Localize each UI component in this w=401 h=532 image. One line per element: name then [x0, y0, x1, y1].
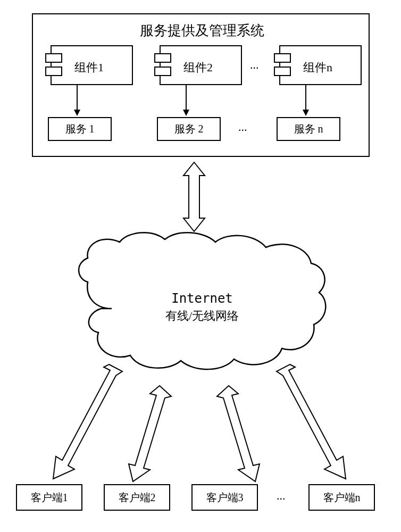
svg-marker-3: [183, 110, 189, 116]
service-1-box: 服务 1: [48, 117, 112, 141]
client-3-box: 客户端3: [191, 484, 258, 511]
double-arrow-system-cloud: [176, 160, 213, 234]
component-1-label: 组件1: [74, 60, 104, 76]
client-1-box: 客户端1: [16, 484, 82, 511]
double-arrow-cloud-client3: [213, 383, 266, 484]
client-2-box: 客户端2: [104, 484, 170, 511]
component-2-notch-2: [154, 66, 171, 76]
double-arrow-cloud-client2: [122, 383, 176, 484]
service-2-box: 服务 2: [157, 117, 221, 141]
service-n-box: 服务 n: [277, 117, 340, 141]
system-title: 服务提供及管理系统: [122, 21, 282, 40]
double-arrow-cloud-clientn: [271, 362, 356, 484]
component-n-notch-2: [274, 66, 291, 76]
component-dots: ···: [250, 61, 259, 75]
component-2-notch-1: [154, 53, 171, 63]
arrow-compn-servicen: [300, 85, 311, 117]
client-n-box: 客户端n: [308, 484, 375, 511]
component-1-notch-1: [45, 53, 62, 63]
component-n-label: 组件n: [303, 60, 332, 76]
double-arrow-cloud-client1: [48, 362, 128, 484]
component-2-label: 组件2: [183, 60, 213, 76]
component-1-notch-2: [45, 66, 62, 76]
arrow-comp1-service1: [72, 85, 82, 117]
service-dots: ···: [238, 123, 247, 137]
svg-marker-5: [303, 110, 309, 116]
arrow-comp2-service2: [181, 85, 191, 117]
cloud-label: Internet 有线/无线网络: [144, 290, 261, 324]
component-n-notch-1: [274, 53, 291, 63]
client-dots: ···: [277, 492, 286, 506]
svg-marker-1: [74, 110, 80, 116]
